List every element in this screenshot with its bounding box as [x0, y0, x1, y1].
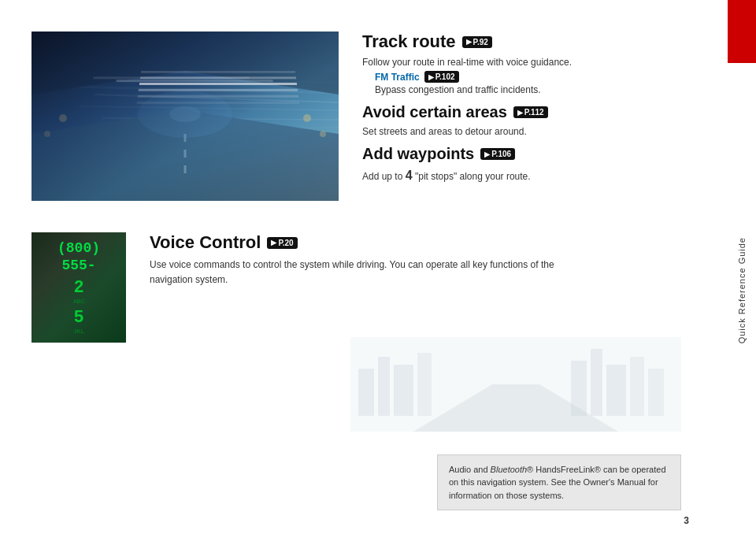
bypass-text: Bypass congestion and traffic incidents.	[375, 84, 685, 95]
fm-traffic-badge: ▶ P.102	[424, 71, 459, 83]
note-box: Audio and Bluetooth® HandsFreeLink® can …	[437, 454, 681, 511]
track-route-label: Track route	[362, 32, 456, 52]
svg-rect-24	[606, 365, 626, 416]
avoid-areas-title: Avoid certain areas ▶ P.112	[362, 103, 685, 121]
svg-rect-19	[378, 357, 390, 416]
voice-control-title: Voice Control ▶ P.20	[150, 232, 685, 253]
voice-control-section: Voice Control ▶ P.20 Use voice commands …	[150, 232, 685, 287]
waypoints-desc: Add up to 4 "pit stops" along your route…	[362, 166, 685, 185]
svg-point-9	[138, 91, 232, 138]
add-waypoints-label: Add waypoints	[362, 145, 474, 163]
side-tab-label: Quick Reference Guide	[737, 237, 747, 343]
track-route-title: Track route ▶ P.92	[362, 32, 685, 52]
waypoints-number: 4	[406, 169, 413, 182]
avoid-areas-badge: ▶ P.112	[513, 106, 548, 118]
svg-rect-23	[591, 349, 602, 416]
svg-rect-0	[32, 32, 339, 201]
waypoints-desc-post: "pit stops" along your route.	[415, 171, 531, 182]
svg-rect-26	[648, 369, 664, 416]
svg-rect-22	[571, 361, 587, 416]
voice-control-desc: Use voice commands to control the system…	[150, 258, 591, 287]
svg-marker-7	[32, 110, 339, 201]
add-waypoints-badge: ▶ P.106	[480, 148, 515, 160]
svg-line-2	[79, 106, 339, 110]
page-number: 3	[684, 515, 689, 526]
add-waypoints-title: Add waypoints ▶ P.106	[362, 145, 685, 163]
svg-rect-25	[630, 357, 644, 416]
track-route-desc: Follow your route in real-time with voic…	[362, 55, 685, 69]
svg-point-14	[44, 131, 50, 137]
svg-point-10	[169, 106, 201, 122]
svg-rect-21	[417, 353, 432, 416]
avoid-areas-desc: Set streets and areas to detour around.	[362, 124, 685, 139]
svg-line-6	[126, 79, 339, 83]
svg-line-1	[94, 95, 339, 102]
side-tab: Quick Reference Guide	[724, 0, 756, 534]
voice-control-label: Voice Control	[150, 232, 261, 253]
phone-key-5: 5	[73, 308, 83, 328]
bluetooth-label: Bluetooth	[491, 465, 527, 474]
waypoints-desc-pre: Add up to	[362, 171, 402, 182]
note-text-pre: Audio and	[449, 465, 491, 474]
main-content: Track route ▶ P.92 Follow your route in …	[0, 0, 724, 534]
route-features: Track route ▶ P.92 Follow your route in …	[362, 32, 685, 185]
track-route-badge: ▶ P.92	[462, 36, 492, 48]
svg-rect-20	[394, 365, 413, 416]
svg-point-12	[59, 114, 67, 122]
svg-line-5	[71, 87, 339, 93]
svg-line-4	[110, 128, 339, 130]
svg-line-3	[102, 118, 339, 120]
side-tab-text-container: Quick Reference Guide	[728, 0, 756, 534]
svg-rect-18	[358, 369, 374, 416]
top-section: Track route ▶ P.92 Follow your route in …	[0, 0, 724, 217]
voice-control-badge: ▶ P.20	[267, 237, 297, 249]
avoid-areas-label: Avoid certain areas	[362, 103, 507, 121]
phone-key-2-label: ABC	[73, 298, 84, 305]
svg-point-13	[303, 114, 311, 122]
svg-point-15	[320, 131, 326, 137]
phone-image: (800) 555- 2 ABC 5 JKL	[32, 232, 126, 343]
svg-marker-8	[32, 32, 339, 95]
highway-image	[32, 32, 339, 201]
phone-key-2: 2	[73, 278, 83, 298]
phone-key-5-label: JKL	[73, 328, 84, 335]
bg-road-image	[350, 337, 681, 432]
fm-traffic-line: FM Traffic ▶ P.102	[375, 71, 685, 83]
phone-display: (800) 555-	[39, 240, 118, 274]
fm-traffic-label: FM Traffic	[375, 72, 420, 83]
